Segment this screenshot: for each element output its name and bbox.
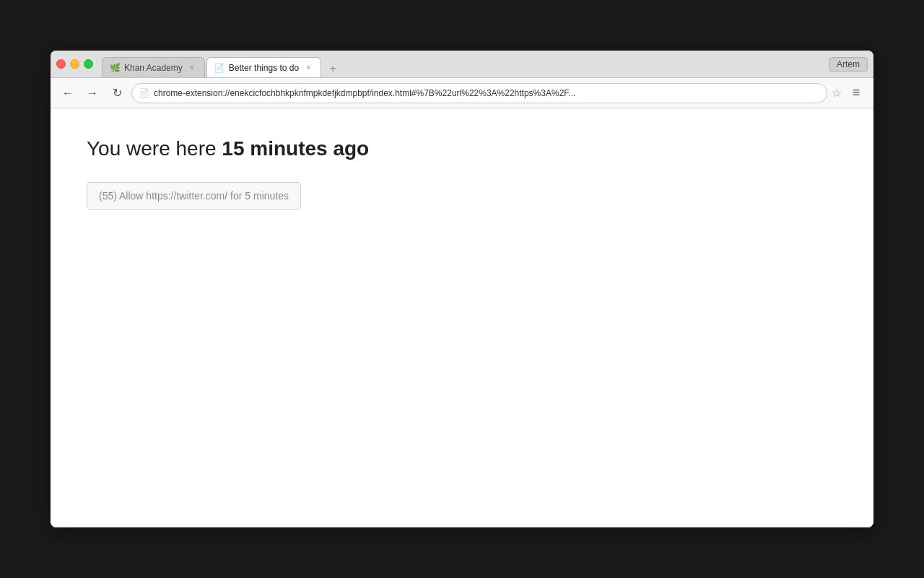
maximize-button[interactable] xyxy=(84,59,93,69)
bookmark-icon[interactable]: ☆ xyxy=(832,86,842,100)
tab-khan-academy-close[interactable]: × xyxy=(187,63,197,73)
page-icon: 📄 xyxy=(139,88,149,98)
allow-twitter-button[interactable]: (55) Allow https://twitter.com/ for 5 mi… xyxy=(87,182,301,210)
minimize-button[interactable] xyxy=(70,59,79,69)
tab-better-things-close[interactable]: × xyxy=(303,63,313,73)
nav-bar: ← → ↻ 📄 chrome-extension://enekcicfochbh… xyxy=(51,78,873,108)
browser-window: 🌿 Khan Academy × 📄 Better things to do ×… xyxy=(51,51,873,527)
close-button[interactable] xyxy=(56,59,66,69)
back-button[interactable]: ← xyxy=(58,83,78,103)
heading-bold: 15 minutes ago xyxy=(222,137,369,160)
new-tab-button[interactable]: + xyxy=(323,60,343,77)
profile-button[interactable]: Artem xyxy=(829,57,868,72)
main-heading: You were here 15 minutes ago xyxy=(87,137,837,160)
tab-khan-academy[interactable]: 🌿 Khan Academy × xyxy=(102,57,205,77)
url-text: chrome-extension://enekcicfochbhkpknfmpk… xyxy=(154,88,819,98)
reload-button[interactable]: ↻ xyxy=(107,83,127,103)
menu-icon[interactable]: ≡ xyxy=(846,83,866,103)
tab-khan-academy-label: Khan Academy xyxy=(124,63,183,73)
tab-better-things-label: Better things to do xyxy=(229,63,299,73)
heading-prefix: You were here xyxy=(87,137,222,160)
tab-better-things[interactable]: 📄 Better things to do × xyxy=(206,57,321,77)
khan-academy-favicon: 🌿 xyxy=(110,63,120,73)
title-bar: 🌿 Khan Academy × 📄 Better things to do ×… xyxy=(51,51,873,78)
address-bar[interactable]: 📄 chrome-extension://enekcicfochbhkpknfm… xyxy=(131,83,827,103)
better-things-favicon: 📄 xyxy=(214,63,225,73)
page-content: You were here 15 minutes ago (55) Allow … xyxy=(51,108,873,527)
tab-bar: 🌿 Khan Academy × 📄 Better things to do ×… xyxy=(102,51,829,77)
forward-button[interactable]: → xyxy=(82,83,103,103)
traffic-lights xyxy=(56,59,93,69)
